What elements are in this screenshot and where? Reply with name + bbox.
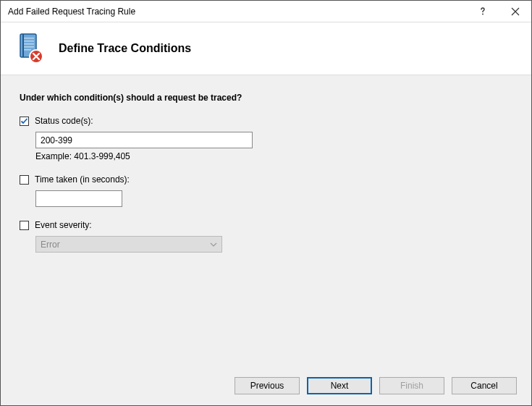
close-icon	[511, 7, 520, 16]
next-button[interactable]: Next	[307, 377, 372, 394]
status-code-checkbox[interactable]	[20, 117, 29, 126]
finish-button: Finish	[379, 377, 444, 394]
svg-rect-2	[22, 34, 24, 57]
event-severity-group: Event severity: Error	[20, 220, 512, 253]
condition-question: Under which condition(s) should a reques…	[20, 93, 512, 103]
wizard-window: Add Failed Request Tracing Rule	[0, 0, 532, 406]
time-taken-checkbox[interactable]	[20, 175, 29, 185]
wizard-icon	[14, 33, 46, 64]
event-severity-checkbox[interactable]	[20, 221, 29, 230]
event-severity-label: Event severity:	[35, 220, 92, 230]
previous-button[interactable]: Previous	[235, 377, 300, 394]
status-code-group: Status code(s): Example: 401.3-999,405	[20, 116, 512, 161]
svg-rect-3	[24, 38, 34, 39]
svg-rect-6	[24, 46, 34, 48]
status-code-hint: Example: 401.3-999,405	[35, 151, 512, 161]
wizard-header: Define Trace Conditions	[1, 22, 531, 75]
cancel-button[interactable]: Cancel	[452, 377, 517, 394]
wizard-body: Under which condition(s) should a reques…	[1, 75, 531, 366]
close-button[interactable]	[499, 1, 531, 22]
time-taken-label: Time taken (in seconds):	[35, 174, 130, 185]
svg-point-0	[482, 13, 484, 14]
wizard-footer: Previous Next Finish Cancel	[1, 366, 531, 405]
status-code-input[interactable]	[35, 132, 253, 148]
titlebar: Add Failed Request Tracing Rule	[1, 1, 531, 22]
event-severity-selected: Error	[41, 240, 60, 250]
svg-rect-4	[24, 41, 34, 42]
status-code-label: Status code(s):	[35, 116, 93, 126]
chevron-down-icon	[210, 241, 217, 248]
wizard-step-title: Define Trace Conditions	[59, 42, 191, 55]
help-icon	[478, 7, 488, 17]
time-taken-group: Time taken (in seconds):	[20, 174, 512, 207]
time-taken-input[interactable]	[35, 190, 122, 207]
help-button[interactable]	[466, 1, 499, 22]
event-severity-dropdown: Error	[35, 236, 222, 253]
svg-rect-7	[24, 49, 31, 51]
svg-rect-5	[24, 43, 34, 45]
window-title: Add Failed Request Tracing Rule	[8, 7, 466, 17]
